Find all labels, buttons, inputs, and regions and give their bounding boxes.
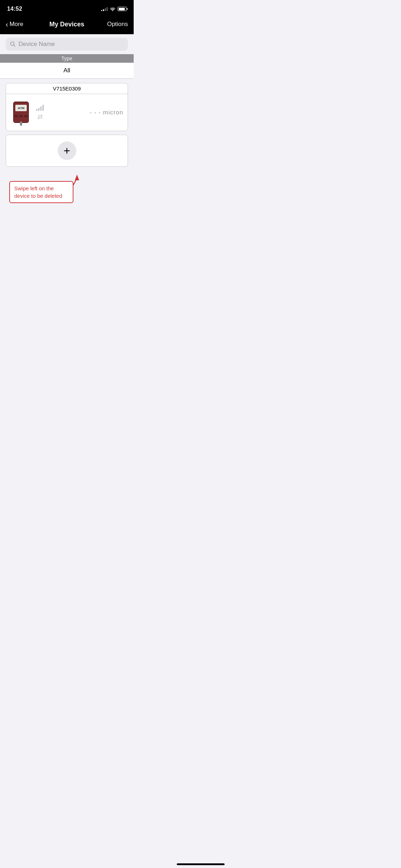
device-card-body: AV760 [6,94,128,131]
battery-icon [118,7,127,11]
search-bar[interactable]: Device Name [6,38,128,51]
back-label: More [10,21,24,28]
cellular-signal-icon [101,7,108,11]
device-left: AV760 [10,99,44,126]
arrow-container: Swipe left on the device to be deleted [6,171,128,203]
status-time: 14:52 [7,6,22,12]
search-icon [10,41,16,47]
device-screen: AV760 [15,105,27,111]
type-header: Type [0,54,134,63]
status-icons [101,7,127,11]
svg-marker-3 [75,175,79,180]
signal-bars-indicator [36,104,44,111]
wifi-icon [110,7,115,11]
annotation-area: Swipe left on the device to be deleted [6,171,128,203]
device-buttons [14,115,28,117]
add-device-button[interactable]: + [6,135,128,167]
search-placeholder: Device Name [19,41,55,48]
device-id: V715E0309 [6,83,128,94]
device-list: V715E0309 AV760 [0,79,134,171]
svg-line-1 [14,45,15,47]
transfer-icon: ⇄ [37,113,43,121]
annotation-tooltip: Swipe left on the device to be deleted [9,181,73,203]
back-button[interactable]: ‹ More [6,21,31,28]
chevron-left-icon: ‹ [6,21,8,28]
tooltip-text: Swipe left on the device to be deleted [14,185,62,199]
page-title: My Devices [31,21,103,28]
status-bar: 14:52 [0,0,134,16]
device-brand: - - - micron [90,109,123,116]
nav-bar: ‹ More My Devices Options [0,16,134,34]
device-body: AV760 [13,102,29,123]
search-container: Device Name [0,34,134,54]
signal-indicator: ⇄ [36,104,44,121]
type-value[interactable]: All [0,63,134,79]
add-icon: + [58,141,76,160]
device-probe [20,122,22,126]
device-card[interactable]: V715E0309 AV760 [6,83,128,131]
options-button[interactable]: Options [103,21,128,28]
device-illustration: AV760 [10,99,32,126]
type-section: Type All [0,54,134,79]
